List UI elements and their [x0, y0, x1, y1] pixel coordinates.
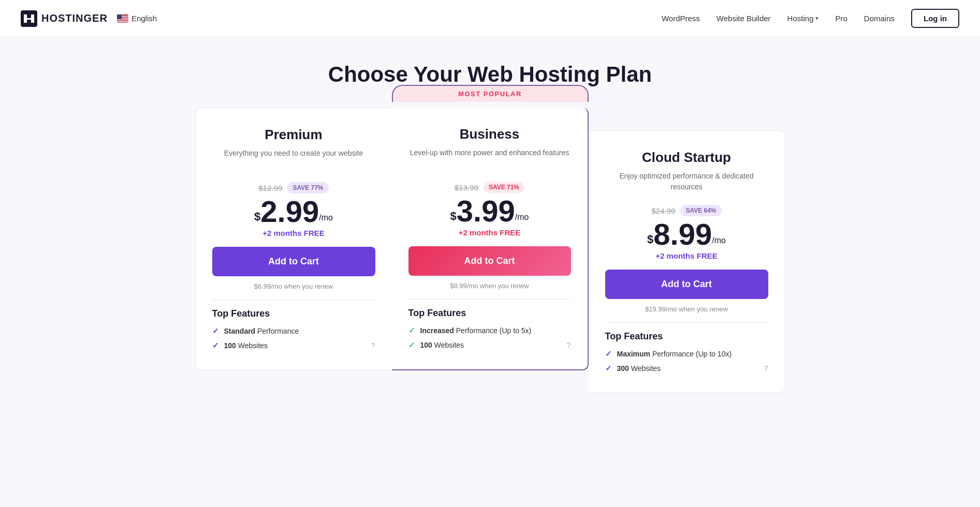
navbar: HOSTINGER English WordPress Website Buil… [0, 0, 980, 37]
plan-title-cloud-startup: Cloud Startup [605, 150, 768, 166]
feature-bold-business-0: Increased [420, 326, 454, 335]
feature-bold-premium-0: Standard [224, 327, 256, 335]
feature-item-cloud-startup-1: ✓ 300 Websites ? [605, 364, 768, 373]
price-dollar-business: $ [450, 210, 457, 223]
nav-domains[interactable]: Domains [864, 14, 895, 23]
nav-left: HOSTINGER English [21, 10, 157, 27]
svg-rect-5 [117, 21, 128, 22]
renew-price-business: $8.99/mo when you renew [408, 282, 571, 290]
language-selector[interactable]: English [117, 14, 157, 23]
renew-price-premium: $6.99/mo when you renew [212, 282, 375, 290]
price-row-cloud-startup: $24.99 SAVE 64% [605, 205, 768, 216]
free-months-premium: +2 months FREE [212, 229, 375, 237]
help-icon-cloud-startup-1[interactable]: ? [764, 364, 768, 372]
price-dollar-cloud-startup: $ [647, 233, 653, 246]
save-badge-cloud-startup: SAVE 64% [680, 205, 721, 216]
feature-bold-cloud-startup-1: 300 [617, 364, 629, 372]
add-to-cart-premium[interactable]: Add to Cart [212, 247, 375, 276]
help-icon-premium-1[interactable]: ? [371, 341, 375, 350]
free-months-cloud-startup: +2 months FREE [605, 251, 768, 260]
check-icon-premium-0: ✓ [212, 326, 219, 336]
feature-item-business-1: ✓ 100 Websites ? [408, 340, 571, 350]
popular-badge: MOST POPULAR [392, 85, 589, 102]
plan-desc-business: Level-up with more power and enhanced fe… [408, 147, 571, 169]
original-price-business: $13.99 [455, 183, 478, 192]
check-icon-cloud-startup-1: ✓ [605, 364, 612, 373]
features-title-cloud-startup: Top Features [605, 331, 768, 342]
nav-links: WordPress Website Builder Hosting ▾ Pro … [662, 9, 959, 28]
plan-title-premium: Premium [212, 127, 375, 143]
divider-business [408, 299, 571, 300]
feature-item-premium-1: ✓ 100 Websites ? [212, 341, 375, 350]
price-display-cloud-startup: $ 8.99 /mo [605, 219, 768, 249]
price-dollar-premium: $ [254, 210, 260, 223]
feature-text-cloud-startup-0: Performance (Up to 10x) [652, 350, 732, 358]
nav-pro[interactable]: Pro [835, 14, 847, 23]
plan-desc-cloud-startup: Enjoy optimized performance & dedicated … [605, 171, 768, 192]
help-icon-business-1[interactable]: ? [567, 341, 571, 349]
price-display-premium: $ 2.99 /mo [212, 197, 375, 227]
features-title-premium: Top Features [212, 308, 375, 319]
save-badge-premium: SAVE 77% [287, 182, 328, 193]
plan-card-cloud-startup: Cloud Startup Enjoy optimized performanc… [589, 130, 785, 393]
logo[interactable]: HOSTINGER [21, 10, 108, 27]
plan-wrapper-business: MOST POPULAR Business Level-up with more… [392, 108, 589, 370]
nav-website-builder[interactable]: Website Builder [716, 14, 771, 23]
price-main-business: 3.99 [457, 196, 515, 226]
nav-wordpress[interactable]: WordPress [662, 14, 700, 23]
renew-price-cloud-startup: $19.99/mo when you renew [605, 305, 768, 313]
pricing-section: Premium Everything you need to create yo… [0, 97, 980, 414]
login-button[interactable]: Log in [911, 9, 959, 28]
feature-text-business-0: Performance (Up to 5x) [456, 326, 532, 335]
hero-title: Choose Your Web Hosting Plan [10, 62, 970, 87]
nav-hosting[interactable]: Hosting ▾ [787, 14, 819, 23]
svg-rect-6 [117, 14, 122, 19]
original-price-premium: $12.99 [258, 184, 282, 192]
language-label: English [131, 14, 157, 23]
price-row-business: $13.99 SAVE 71% [408, 182, 571, 193]
free-months-business: +2 months FREE [408, 228, 571, 237]
check-icon-business-0: ✓ [408, 326, 415, 335]
divider-premium [212, 300, 375, 300]
feature-bold-business-1: 100 [420, 341, 432, 349]
feature-bold-premium-1: 100 [224, 341, 236, 350]
add-to-cart-cloud-startup[interactable]: Add to Cart [605, 270, 768, 299]
flag-icon [117, 14, 128, 23]
hosting-dropdown-icon: ▾ [815, 15, 818, 22]
feature-bold-cloud-startup-0: Maximum [617, 350, 651, 358]
price-mo-cloud-startup: /mo [712, 236, 726, 245]
price-main-cloud-startup: 8.99 [653, 219, 712, 249]
feature-item-premium-0: ✓ Standard Performance [212, 326, 375, 336]
plan-title-business: Business [408, 126, 571, 142]
save-badge-business: SAVE 71% [484, 182, 524, 193]
check-icon-business-1: ✓ [408, 340, 415, 350]
plan-card-business: Business Level-up with more power and en… [392, 108, 589, 370]
features-title-business: Top Features [408, 308, 571, 319]
logo-icon [21, 10, 37, 27]
feature-item-cloud-startup-0: ✓ Maximum Performance (Up to 10x) [605, 349, 768, 359]
feature-item-business-0: ✓ Increased Performance (Up to 5x) [408, 326, 571, 335]
price-main-premium: 2.99 [260, 197, 319, 227]
price-mo-premium: /mo [319, 213, 333, 222]
feature-text-premium-0: Performance [257, 327, 299, 335]
plan-desc-premium: Everything you need to create your websi… [212, 148, 375, 170]
plan-card-premium: Premium Everything you need to create yo… [195, 108, 392, 370]
svg-rect-4 [117, 19, 128, 20]
price-display-business: $ 3.99 /mo [408, 196, 571, 226]
logo-text: HOSTINGER [41, 12, 108, 24]
feature-text-business-1: Websites [434, 341, 464, 349]
price-row-premium: $12.99 SAVE 77% [212, 182, 375, 193]
divider-cloud-startup [605, 322, 768, 323]
feature-text-premium-1: Websites [238, 341, 268, 350]
original-price-cloud-startup: $24.99 [651, 206, 675, 215]
add-to-cart-business[interactable]: Add to Cart [408, 246, 571, 276]
check-icon-premium-1: ✓ [212, 341, 219, 350]
check-icon-cloud-startup-0: ✓ [605, 349, 612, 359]
feature-text-cloud-startup-1: Websites [631, 364, 661, 372]
price-mo-business: /mo [515, 213, 529, 222]
